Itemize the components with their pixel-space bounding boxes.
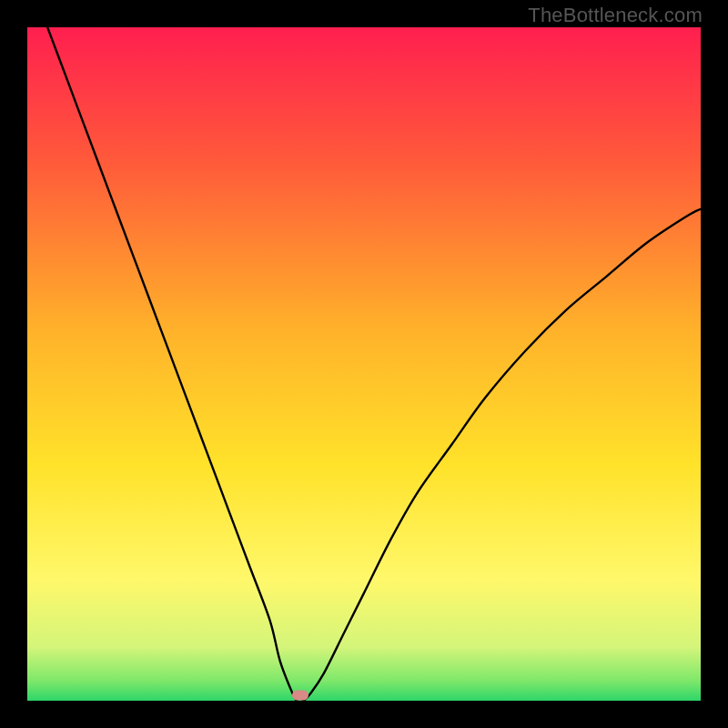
minimum-marker — [292, 691, 308, 701]
curve-layer — [27, 27, 701, 701]
chart-frame: TheBottleneck.com — [0, 0, 728, 728]
plot-area — [27, 27, 701, 701]
bottleneck-curve — [47, 27, 701, 701]
watermark-text: TheBottleneck.com — [528, 4, 703, 27]
